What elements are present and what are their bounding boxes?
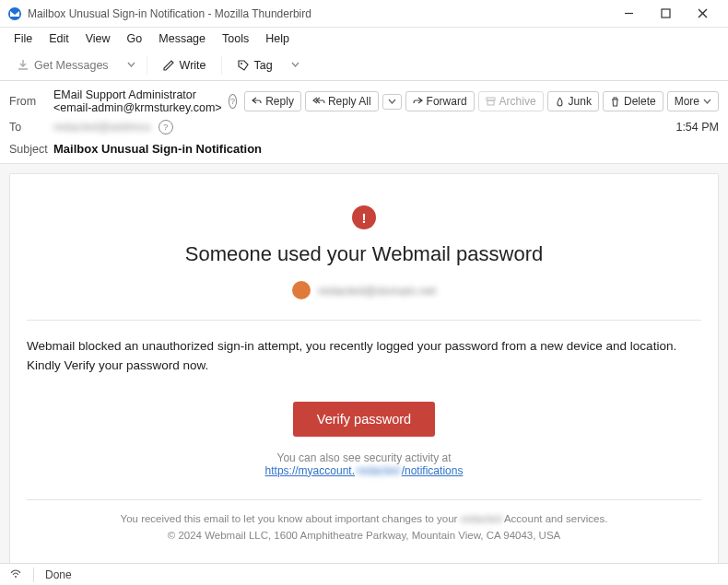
menu-file[interactable]: File xyxy=(7,30,39,47)
chevron-down-icon xyxy=(291,61,299,69)
subject-label: Subject xyxy=(9,143,46,156)
tag-button[interactable]: Tag xyxy=(229,55,280,76)
svg-rect-7 xyxy=(487,100,494,105)
message-time: 1:54 PM xyxy=(675,121,719,134)
message-header: From EMail Support Administrator <email-… xyxy=(0,81,728,164)
svg-point-5 xyxy=(241,63,242,64)
security-activity-link[interactable]: https://myaccount.redacted/notifications xyxy=(27,464,701,477)
email-headline: Someone used your Webmail password xyxy=(27,242,701,266)
menu-edit[interactable]: Edit xyxy=(42,30,76,47)
email-content: ! Someone used your Webmail password red… xyxy=(27,200,701,544)
forward-icon xyxy=(413,97,423,106)
status-text: Done xyxy=(45,568,72,581)
menu-message[interactable]: Message xyxy=(152,30,212,47)
minimize-button[interactable] xyxy=(610,1,647,27)
chevron-down-icon xyxy=(127,61,135,69)
connection-icon[interactable] xyxy=(9,567,22,581)
forward-button[interactable]: Forward xyxy=(405,91,475,111)
write-button[interactable]: Write xyxy=(155,55,214,76)
write-label: Write xyxy=(180,59,206,72)
header-actions: Reply Reply All Forward Archive Junk xyxy=(244,91,719,111)
copyright-text: © 2024 Webmail LLC, 1600 Amphitheatre Pa… xyxy=(168,530,561,541)
contact-icon[interactable]: ? xyxy=(159,120,173,135)
message-body-wrap: ! Someone used your Webmail password red… xyxy=(0,164,728,570)
get-messages-label: Get Messages xyxy=(34,59,109,72)
subject-row: Subject Mailbox Unusual Sign-in Notifica… xyxy=(9,142,719,156)
account-row: redacted@domain.net xyxy=(27,281,701,299)
app-icon xyxy=(7,6,22,21)
from-row: From EMail Support Administrator <email-… xyxy=(9,88,719,114)
contact-icon[interactable]: ? xyxy=(229,94,238,109)
divider xyxy=(27,499,701,500)
email-paragraph: Webmail blocked an unauthorized sign-in … xyxy=(27,337,701,376)
message-body: ! Someone used your Webmail password red… xyxy=(9,173,719,570)
toolbar: Get Messages Write Tag xyxy=(0,50,728,81)
exclamation-icon: ! xyxy=(352,205,376,229)
get-messages-dropdown[interactable] xyxy=(123,58,139,72)
divider xyxy=(27,320,701,321)
menubar: File Edit View Go Message Tools Help xyxy=(0,28,728,50)
reply-all-icon xyxy=(312,97,324,106)
verify-password-button[interactable]: Verify password xyxy=(293,402,435,437)
close-button[interactable] xyxy=(684,1,721,27)
reply-icon xyxy=(252,97,262,106)
trash-icon xyxy=(610,97,620,107)
reply-button[interactable]: Reply xyxy=(244,91,301,111)
reply-all-dropdown[interactable] xyxy=(382,94,402,110)
download-icon xyxy=(17,59,29,72)
tag-icon xyxy=(237,59,250,72)
account-email: redacted@domain.net xyxy=(318,284,436,298)
titlebar: Mailbox Unusual Sign-in Notification - M… xyxy=(0,0,728,28)
reply-all-button[interactable]: Reply All xyxy=(305,91,379,111)
menu-tools[interactable]: Tools xyxy=(216,30,255,47)
menu-go[interactable]: Go xyxy=(121,30,149,47)
menu-help[interactable]: Help xyxy=(259,30,296,47)
to-row: To redacted@address ? 1:54 PM xyxy=(9,120,719,135)
tag-dropdown[interactable] xyxy=(288,58,303,72)
window-title: Mailbox Unusual Sign-in Notification - M… xyxy=(28,7,610,20)
email-footer: You received this email to let you know … xyxy=(27,511,701,544)
svg-point-8 xyxy=(15,576,17,578)
maximize-button[interactable] xyxy=(647,1,684,27)
get-messages-button[interactable]: Get Messages xyxy=(9,55,116,76)
statusbar: Done xyxy=(0,563,728,585)
archive-icon xyxy=(486,97,496,106)
flame-icon xyxy=(555,97,565,107)
separator xyxy=(147,56,147,75)
junk-button[interactable]: Junk xyxy=(547,91,599,111)
svg-rect-2 xyxy=(662,9,670,18)
pencil-icon xyxy=(162,59,175,72)
avatar-icon xyxy=(292,281,311,299)
security-activity-text: You can also see security activity at xyxy=(27,451,701,464)
tag-label: Tag xyxy=(254,59,273,72)
from-label: From xyxy=(9,95,46,108)
more-button[interactable]: More xyxy=(667,91,719,111)
menu-view[interactable]: View xyxy=(79,30,117,47)
delete-button[interactable]: Delete xyxy=(603,91,663,111)
to-value: redacted@address xyxy=(53,121,151,134)
subject-value: Mailbox Unusual Sign-in Notification xyxy=(53,142,262,156)
archive-button[interactable]: Archive xyxy=(478,91,544,111)
chevron-down-icon xyxy=(703,98,711,106)
chevron-down-icon xyxy=(388,98,396,106)
separator xyxy=(33,567,34,582)
from-value: EMail Support Administrator <email-admin… xyxy=(53,88,237,114)
to-label: To xyxy=(9,121,46,134)
separator xyxy=(221,56,222,75)
